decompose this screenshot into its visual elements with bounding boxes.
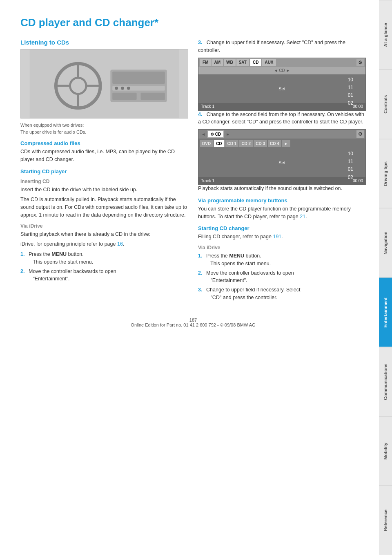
svg-rect-10 (112, 93, 136, 100)
listening-to-cds-heading: Listening to CDs (20, 39, 188, 46)
svg-point-12 (115, 87, 118, 90)
dashboard-image (20, 49, 188, 119)
dvd-tab-cd1: CD 1 (225, 140, 239, 147)
tab-controls[interactable]: Controls (379, 69, 392, 139)
cd-gear-icon: ⚙ (356, 59, 364, 66)
starting-cd-heading: Starting CD player (20, 168, 188, 175)
tab-mobility[interactable]: Mobility (379, 416, 392, 486)
left-step-2: 2. Move the controller backwards to open… (20, 268, 188, 283)
playback-text: Playback starts automatically if the sou… (198, 185, 366, 192)
svg-rect-9 (112, 86, 165, 91)
footer-text: Online Edition for Part no. 01 41 2 600 … (131, 322, 255, 327)
cd-tab-am: AM (212, 59, 223, 66)
cd-screen-1: FM AM WB SAT CD AUX ⚙ ◄ CD ► Set 10 11 0… (198, 58, 366, 111)
tab-strip: At a glance Controls Driving tips Naviga… (379, 0, 392, 555)
tab-communications[interactable]: Communications (379, 347, 392, 416)
cd-set-label: Set (278, 86, 285, 91)
left-steps-list: 1. Press the MENU button. This opens the… (20, 251, 188, 283)
step3-text: 3. Change to upper field if necessary. S… (198, 39, 366, 54)
inserting-cd-heading: Inserting CD (20, 179, 188, 184)
step4-text: 4. Change to the second field from the t… (198, 111, 366, 126)
page-number: 187 (189, 318, 197, 322)
dvd-tab-dvd: DVD (200, 140, 213, 147)
svg-point-13 (121, 87, 124, 90)
tab-at-a-glance[interactable]: At a glance (379, 0, 392, 69)
tab-navigation[interactable]: Navigation (379, 208, 392, 278)
page-title: CD player and CD changer* (20, 16, 366, 29)
via-prog-text: You can store the CD player function on … (198, 205, 366, 221)
tab-reference[interactable]: Reference (379, 486, 392, 555)
right-column: 3. Change to upper field if necessary. S… (198, 39, 366, 304)
cd-screen2-cd-nav: ⚙ CD (207, 130, 224, 138)
right-step-3: 3. Change to upper field if necessary. S… (198, 286, 366, 302)
tab-driving-tips[interactable]: Driving tips (379, 139, 392, 208)
main-content: CD player and CD changer* Listening to C… (0, 0, 378, 340)
dashboard-caption: When equipped with two drives: The upper… (20, 122, 188, 135)
idrive-ref: iDrive, for operating principle refer to… (20, 240, 188, 248)
right-steps-list: 1. Press the MENU button. This opens the… (198, 252, 366, 302)
dvd-tab-cd: CD (214, 140, 224, 147)
compressed-audio-heading: Compressed audio files (20, 140, 188, 146)
cd-dvd-row: DVD CD CD 1 CD 2 CD 3 CD 4 ► (198, 139, 365, 148)
cd-screen-2: ◄ ⚙ CD ► ⚙ DVD CD CD 1 CD 2 CD 3 CD 4 ► … (198, 129, 366, 185)
cd-numbers-2: 10 11 01 02 (348, 150, 353, 181)
cd-tab-sat: SAT (236, 59, 249, 66)
cd-screen1-top-bar: FM AM WB SAT CD AUX ⚙ (198, 58, 365, 67)
inserting-cd-text2: The CD is automatically pulled in. Playb… (20, 196, 188, 219)
via-idrive2-heading: Via iDrive (198, 245, 366, 251)
svg-point-14 (127, 87, 130, 90)
dvd-tab-cd3: CD 3 (254, 140, 267, 147)
cd-nav-bar: ◄ CD ► (198, 67, 365, 74)
compressed-audio-text: CDs with compressed audio files, i.e. MP… (20, 148, 188, 163)
footer: 187 Online Edition for Part no. 01 41 2 … (20, 314, 366, 327)
dvd-tab-cd4: CD 4 (268, 140, 281, 147)
starting-changer-text: Filling CD changer, refer to page 191. (198, 233, 366, 241)
dvd-tab-arrow: ► (282, 140, 290, 147)
cd-content-2: Set 10 11 01 02 (198, 148, 365, 177)
svg-rect-8 (112, 72, 165, 84)
cd-numbers-1: 10 11 01 02 (348, 76, 353, 107)
cd-tab-cd: CD (250, 59, 261, 66)
right-step-2: 2. Move the controller backwards to open… (198, 269, 366, 285)
via-prog-heading: Via programmable memory buttons (198, 197, 366, 204)
cd-tab-aux: AUX (262, 59, 276, 66)
starting-changer-heading: Starting CD changer (198, 225, 366, 231)
left-column: Listening to CDs (20, 39, 188, 304)
cd-bottom-bar-2: Track 1 00:00 (198, 177, 365, 184)
cd-tab-wb: WB (224, 59, 236, 66)
right-step-1: 1. Press the MENU button. This opens the… (198, 252, 366, 268)
cd-set-label-2: Set (278, 160, 285, 165)
via-idrive-text: Starting playback when there is already … (20, 231, 188, 238)
cd-tab-fm: FM (200, 59, 211, 66)
cd-screen2-gear: ⚙ (356, 130, 364, 138)
cd-bottom-bar-1: Track 1 00:00 (198, 103, 365, 110)
svg-rect-11 (140, 93, 165, 100)
left-step-1: 1. Press the MENU button. This opens the… (20, 251, 188, 266)
two-column-layout: Listening to CDs (20, 39, 366, 304)
dvd-tab-cd2: CD 2 (239, 140, 253, 147)
inserting-cd-text1: Insert the CD into the drive with the la… (20, 186, 188, 194)
tab-entertainment[interactable]: Entertainment (379, 278, 392, 347)
cd-screen2-top-bar: ◄ ⚙ CD ► ⚙ (198, 130, 365, 139)
via-idrive-left-heading: Via iDrive (20, 223, 188, 229)
cd-content-1: Set 10 11 01 02 (198, 74, 365, 103)
